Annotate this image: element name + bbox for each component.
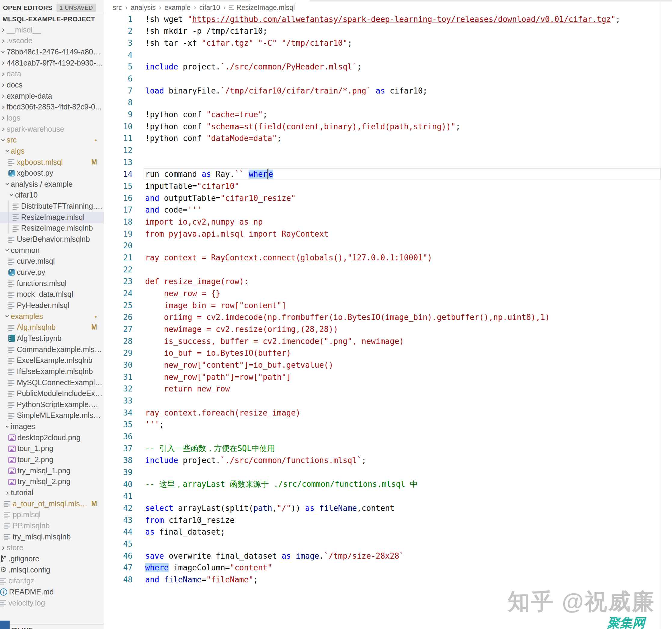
tree-item-try-mlsql-1-png[interactable]: try_mlsql_1.png — [0, 465, 104, 476]
tree-item-pyheader-mlsql[interactable]: PyHeader.mlsql — [0, 300, 104, 311]
tree-item-try-mlsql-2-png[interactable]: try_mlsql_2.png — [0, 476, 104, 487]
breadcrumb-item-analysis[interactable]: analysis — [131, 4, 156, 12]
tree-item-excelexample-mlsqlnb[interactable]: ExcelExample.mlsqlnb — [0, 355, 104, 366]
tree-item-78bb48c1-2476-4149-a808[interactable]: ›78bb48c1-2476-4149-a808-... — [0, 46, 104, 57]
tree-item-curve-mlsql[interactable]: curve.mlsql — [0, 256, 104, 267]
tree-item-try-mlsql-mlsqlnb[interactable]: try_mlsql.mlsqlnb — [0, 531, 104, 542]
tree-item-curve-py[interactable]: curve.py — [0, 267, 104, 278]
tree-item-logs[interactable]: ›logs — [0, 113, 104, 123]
tree-item-vscode[interactable]: ›.vscode — [0, 35, 104, 46]
tree-item-images[interactable]: ›images — [0, 421, 104, 432]
code-line-28[interactable]: 28 is_success, buffer = cv2.imencode(".p… — [104, 335, 672, 347]
code-line-8[interactable]: 8 — [104, 97, 672, 109]
code-line-36[interactable]: 36 — [104, 430, 672, 443]
tree-item-tour-1-png[interactable]: tour_1.png — [0, 443, 104, 454]
code-line-45[interactable]: 45 — [104, 538, 672, 550]
tree-item-resizeimage-mlsql[interactable]: ResizeImage.mlsql — [0, 212, 104, 223]
tree-item-fbcd306f-2853-4fdf-82c9-0[interactable]: ›fbcd306f-2853-4fdf-82c9-0... — [0, 101, 104, 113]
chevron-right-icon[interactable]: › — [0, 37, 7, 45]
chevron-down-icon[interactable]: › — [3, 181, 12, 187]
tree-item-docs[interactable]: ›docs — [0, 79, 104, 91]
chevron-right-icon[interactable]: › — [0, 25, 7, 34]
tree-item-analysis-example[interactable]: ›analysis / example — [0, 179, 104, 190]
tree-item-algtest-ipynb[interactable]: AlgTest.ipynb — [0, 333, 104, 344]
breadcrumb-item-src[interactable]: src — [113, 4, 122, 12]
tree-item-pythonscriptexample-mlsq[interactable]: PythonScriptExample.mlsq... — [0, 399, 104, 410]
code-line-6[interactable]: 6 — [104, 73, 672, 85]
code-line-31[interactable]: 31 new_row["path"]=row["path"] — [104, 371, 672, 383]
code-line-40[interactable]: 40-- 这里，arrayLast 函数来源于 ./src/common/fun… — [104, 479, 672, 490]
code-line-17[interactable]: 17and code=''' — [104, 204, 672, 216]
tree-item-xgboost-py[interactable]: xgboost.py — [0, 167, 104, 179]
code-line-27[interactable]: 27 newimage = cv2.resize(oriimg,(28,28)) — [104, 323, 672, 335]
breadcrumb-file[interactable]: ResizeImage.mlsql — [237, 4, 295, 12]
tree-item-examples[interactable]: ›examples● — [0, 311, 104, 322]
code-line-3[interactable]: 3!sh tar -xf "cifar.tgz" "-C" "/tmp/cifa… — [104, 37, 672, 49]
tree-item-mlsql-config[interactable]: ⚙.mlsql.config — [0, 564, 104, 576]
chevron-right-icon[interactable]: › — [0, 102, 7, 112]
code-line-37[interactable]: 37-- 引入一些函数，方便在SQL中使用 — [104, 443, 672, 455]
code-line-46[interactable]: 46save overwrite final_dataset as image.… — [104, 550, 672, 562]
code-line-20[interactable]: 20 — [104, 240, 672, 252]
code-line-47[interactable]: 47where imageColumn="content" — [104, 562, 672, 574]
code-line-44[interactable]: 44as final_dataset; — [104, 526, 672, 538]
tree-item-desktop2cloud-png[interactable]: desktop2cloud.png — [0, 432, 104, 443]
tree-item-simplemlexample-mlsqlnb[interactable]: SimpleMLExample.mlsqlnb — [0, 410, 104, 421]
chevron-right-icon[interactable]: › — [0, 113, 7, 122]
code-line-19[interactable]: 19from pyjava.api.mlsql import RayContex… — [104, 228, 672, 240]
code-line-23[interactable]: 23def resize_image(row): — [104, 276, 672, 288]
code-line-43[interactable]: 43from cifar10_resize — [104, 514, 672, 526]
tree-item-publicmoduleincludeexam[interactable]: PublicModuleIncludeExam... — [0, 388, 104, 399]
code-line-22[interactable]: 22 — [104, 264, 672, 276]
chevron-down-icon[interactable]: › — [0, 137, 8, 143]
chevron-down-icon[interactable]: › — [3, 247, 12, 254]
code-line-41[interactable]: 41 — [104, 490, 672, 502]
chevron-down-icon[interactable]: › — [7, 192, 16, 199]
tree-item-xgboost-mlsql[interactable]: xgboost.mlsqlM — [0, 157, 104, 168]
tree-item-spark-warehouse[interactable]: ›spark-warehouse — [0, 123, 104, 135]
code-line-34[interactable]: 34ray_context.foreach(resize_image) — [104, 407, 672, 419]
chevron-right-icon[interactable]: › — [4, 488, 11, 497]
breadcrumb-item-example[interactable]: example — [164, 4, 191, 12]
code-line-21[interactable]: 21ray_context = RayContext.connect(globa… — [104, 252, 672, 264]
tree-item-ifelseexample-mlsqlnb[interactable]: IfElseExample.mlsqlnb — [0, 366, 104, 377]
breadcrumb-item-cifar10[interactable]: cifar10 — [199, 4, 220, 12]
chevron-down-icon[interactable]: › — [0, 49, 8, 55]
chevron-right-icon[interactable]: › — [0, 69, 7, 78]
tree-item-data[interactable]: ›data — [0, 68, 104, 79]
code-line-7[interactable]: 7load binaryFile.`/tmp/cifar10/cifar/tra… — [104, 85, 672, 97]
tree-item-4481eab7-9f7f-4192-b930[interactable]: ›4481eab7-9f7f-4192-b930-... — [0, 57, 104, 69]
code-line-14[interactable]: 14run command as Ray.`` where — [104, 168, 672, 180]
open-editors-header[interactable]: OPEN EDITORS 1 UNSAVED — [0, 2, 104, 13]
chevron-right-icon[interactable]: › — [0, 124, 7, 134]
tree-item-readme-md[interactable]: iREADME.md — [0, 586, 104, 598]
status-bar-remote-indicator[interactable] — [0, 621, 9, 629]
code-line-38[interactable]: 38include project.`./src/common/function… — [104, 454, 672, 466]
tree-item-resizeimage-mlsqlnb[interactable]: ResizeImage.mlsqlnb — [0, 223, 104, 234]
tree-item-a-tour-of-mlsql-mlsqlnb[interactable]: a_tour_of_mlsql.mlsqlnbM — [0, 498, 104, 509]
chevron-down-icon[interactable]: › — [3, 148, 12, 154]
code-line-24[interactable]: 24 new_row = {} — [104, 287, 672, 300]
tree-item-tour-2-png[interactable]: tour_2.png — [0, 454, 104, 465]
tree-item-velocity-log[interactable]: velocity.log — [0, 598, 104, 609]
tree-item-cifar-tgz[interactable]: cifar.tgz — [0, 575, 104, 586]
tree-item-pp-mlsql[interactable]: pp.mlsql — [0, 509, 104, 520]
code-line-35[interactable]: 35'''; — [104, 419, 672, 430]
chevron-right-icon[interactable]: › — [0, 80, 7, 89]
tree-item-pp-mlsqlnb[interactable]: PP.mlsqlnb — [0, 520, 104, 531]
tree-item-example-data[interactable]: ›example-data — [0, 91, 104, 102]
tree-item-algs[interactable]: ›algs — [0, 145, 104, 157]
tree-item-common[interactable]: ›common — [0, 245, 104, 256]
chevron-right-icon[interactable]: › — [0, 91, 7, 100]
tree-item-store[interactable]: ›store — [0, 542, 104, 553]
code-line-1[interactable]: 1!sh wget "https://github.com/allwefanta… — [104, 13, 672, 25]
code-line-42[interactable]: 42select arrayLast(split(path,"/")) as f… — [104, 502, 672, 514]
tree-item-userbehavior-mlsqlnb[interactable]: UserBehavior.mlsqlnb — [0, 234, 104, 245]
chevron-right-icon[interactable]: › — [0, 58, 7, 67]
tree-item-mlsql[interactable]: ›__mlsql__ — [0, 24, 104, 36]
tree-item-mysqlconnectexample-ml[interactable]: MySQLConnectExample.ml... — [0, 377, 104, 388]
code-line-12[interactable]: 12 — [104, 144, 672, 156]
code-line-11[interactable]: 11!python conf "dataMode=data"; — [104, 133, 672, 145]
tree-item-tutorial[interactable]: ›tutorial — [0, 487, 104, 498]
code-line-5[interactable]: 5include project.`./src/common/PyHeader.… — [104, 61, 672, 73]
